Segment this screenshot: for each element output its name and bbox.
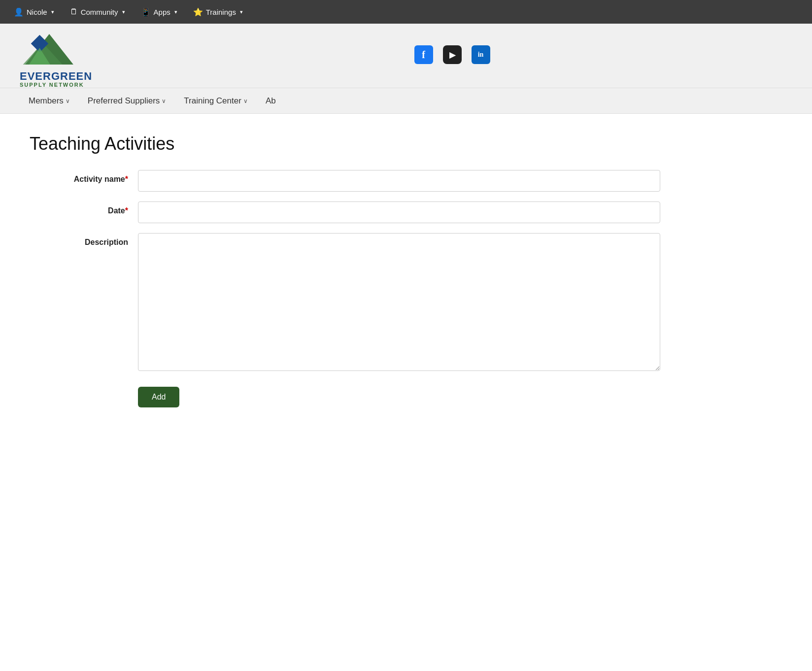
date-row: Date* [30, 201, 660, 223]
community-chevron-icon: ▾ [122, 9, 125, 15]
logo-text: EVERGREEN SUPPLY NETWORK [20, 71, 92, 88]
logo-container[interactable]: EVERGREEN SUPPLY NETWORK [20, 30, 92, 88]
description-textarea[interactable] [138, 233, 660, 371]
members-nav-item[interactable]: Members ∨ [20, 88, 79, 114]
linkedin-link[interactable]: in [472, 45, 490, 64]
date-label: Date* [30, 201, 138, 215]
apps-icon: 📱 [141, 7, 151, 17]
main-navbar: Members ∨ Preferred Suppliers ∨ Training… [0, 88, 812, 113]
youtube-icon: ▶ [449, 50, 455, 60]
apps-chevron-icon: ▾ [174, 9, 177, 15]
date-input[interactable] [138, 201, 660, 223]
user-icon: 👤 [14, 7, 24, 17]
activity-name-required: * [125, 175, 128, 183]
page-title: Teaching Activities [30, 134, 660, 154]
facebook-icon: f [422, 49, 425, 61]
description-label: Description [30, 233, 138, 247]
preferred-suppliers-chevron-icon: ∨ [162, 98, 166, 104]
add-button-row: Add [30, 381, 660, 407]
members-nav-label: Members [29, 96, 64, 106]
training-center-nav-item[interactable]: Training Center ∨ [175, 88, 257, 114]
trainings-label: Trainings [206, 8, 236, 16]
date-required: * [125, 206, 128, 215]
preferred-suppliers-nav-item[interactable]: Preferred Suppliers ∨ [79, 88, 175, 114]
community-menu[interactable]: 🗒 Community ▾ [64, 4, 131, 19]
apps-label: Apps [154, 8, 170, 16]
trainings-chevron-icon: ▾ [240, 9, 243, 15]
apps-menu[interactable]: 📱 Apps ▾ [135, 4, 183, 20]
activity-name-input[interactable] [138, 170, 660, 192]
facebook-link[interactable]: f [414, 45, 433, 64]
trainings-menu[interactable]: ⭐ Trainings ▾ [187, 4, 249, 20]
add-button[interactable]: Add [138, 387, 179, 407]
logo-main-text: EVERGREEN [20, 71, 92, 82]
social-links: f ▶ in [112, 45, 792, 72]
user-chevron-icon: ▾ [51, 9, 54, 15]
linkedin-icon: in [478, 51, 484, 59]
training-center-nav-label: Training Center [184, 96, 241, 106]
user-menu[interactable]: 👤 Nicole ▾ [8, 4, 60, 20]
trainings-icon: ⭐ [193, 7, 203, 17]
activity-name-row: Activity name* [30, 170, 660, 192]
about-nav-item[interactable]: Ab [257, 88, 285, 114]
activity-name-label: Activity name* [30, 170, 138, 184]
top-navbar: 👤 Nicole ▾ 🗒 Community ▾ 📱 Apps ▾ ⭐ Trai… [0, 0, 812, 24]
teaching-activities-form: Activity name* Date* Description Add [30, 170, 660, 407]
community-label: Community [81, 8, 118, 16]
site-header: EVERGREEN SUPPLY NETWORK f ▶ in Members … [0, 24, 812, 114]
logo-sub-text: SUPPLY NETWORK [20, 82, 92, 88]
community-icon: 🗒 [70, 7, 78, 16]
members-chevron-icon: ∨ [66, 98, 70, 104]
logo-graphic [20, 30, 79, 69]
preferred-suppliers-nav-label: Preferred Suppliers [88, 96, 160, 106]
main-content: Teaching Activities Activity name* Date*… [0, 114, 690, 427]
user-label: Nicole [27, 8, 47, 16]
training-center-chevron-icon: ∨ [243, 98, 248, 104]
description-row: Description [30, 233, 660, 371]
about-nav-label: Ab [266, 96, 276, 106]
youtube-link[interactable]: ▶ [443, 45, 462, 64]
